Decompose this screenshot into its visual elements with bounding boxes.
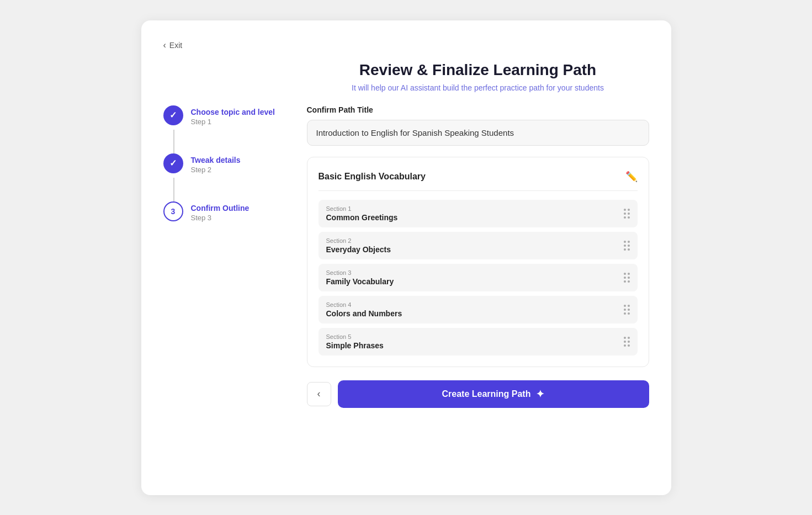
step-sublabel-2: Step 2 [191, 166, 241, 174]
chevron-left-icon: ‹ [317, 388, 321, 400]
step-circle-3: 3 [163, 201, 183, 221]
step-label-3: Confirm Outline [191, 204, 250, 213]
exit-button[interactable]: ‹ Exit [163, 40, 183, 50]
section-name: Family Vocabulary [326, 277, 394, 286]
outline-title: Basic English Vocabulary [319, 172, 426, 182]
section-number: Section 5 [326, 333, 384, 340]
sparkle-icon: ✦ [536, 388, 544, 400]
drag-handle[interactable] [624, 337, 630, 347]
sections-list: Section 1 Common Greetings Section 2 Eve… [319, 200, 638, 355]
step-text-3: Confirm Outline Step 3 [191, 201, 250, 222]
step-sublabel-3: Step 3 [191, 214, 250, 222]
section-item: Section 3 Family Vocabulary [319, 264, 638, 291]
section-item: Section 5 Simple Phrases [319, 328, 638, 355]
content-area: ✓ Choose topic and level Step 1 ✓ Tweak … [163, 61, 649, 408]
outline-header: Basic English Vocabulary ✏️ [319, 171, 638, 191]
create-button-label: Create Learning Path [442, 389, 531, 399]
section-name: Simple Phrases [326, 341, 384, 350]
section-name: Common Greetings [326, 213, 398, 222]
section-number: Section 3 [326, 269, 394, 276]
step-circle-2: ✓ [163, 153, 183, 173]
section-item: Section 2 Everyday Objects [319, 232, 638, 259]
section-text: Section 5 Simple Phrases [326, 333, 384, 350]
drag-handle[interactable] [624, 241, 630, 251]
step-text-1: Choose topic and level Step 1 [191, 105, 275, 126]
path-title-input[interactable] [307, 120, 649, 146]
drag-handle[interactable] [624, 305, 630, 315]
steps-sidebar: ✓ Choose topic and level Step 1 ✓ Tweak … [163, 61, 285, 408]
section-item: Section 1 Common Greetings [319, 200, 638, 227]
edit-icon[interactable]: ✏️ [625, 171, 638, 183]
step-text-2: Tweak details Step 2 [191, 153, 241, 174]
back-button[interactable]: ‹ [307, 382, 331, 406]
section-name: Everyday Objects [326, 245, 391, 254]
exit-label: Exit [169, 41, 182, 50]
section-item: Section 4 Colors and Numbers [319, 296, 638, 323]
step-sublabel-1: Step 1 [191, 118, 275, 126]
section-text: Section 1 Common Greetings [326, 205, 398, 222]
section-text: Section 3 Family Vocabulary [326, 269, 394, 286]
confirm-path-label: Confirm Path Title [307, 105, 649, 114]
main-card: ‹ Exit ✓ Choose topic and level Step 1 ✓ [141, 20, 671, 495]
chevron-left-icon: ‹ [163, 40, 166, 50]
main-content: Review & Finalize Learning Path It will … [307, 61, 649, 408]
step-number-3: 3 [171, 207, 176, 216]
section-number: Section 1 [326, 205, 398, 212]
section-name: Colors and Numbers [326, 309, 402, 318]
page-title: Review & Finalize Learning Path [307, 61, 649, 79]
create-learning-path-button[interactable]: Create Learning Path ✦ [338, 380, 649, 408]
section-text: Section 2 Everyday Objects [326, 237, 391, 254]
step-label-1: Choose topic and level [191, 108, 275, 116]
outline-card: Basic English Vocabulary ✏️ Section 1 Co… [307, 157, 649, 367]
section-number: Section 2 [326, 237, 391, 244]
step-item-3: 3 Confirm Outline Step 3 [163, 201, 285, 222]
section-text: Section 4 Colors and Numbers [326, 301, 402, 318]
drag-handle[interactable] [624, 209, 630, 219]
bottom-bar: ‹ Create Learning Path ✦ [307, 380, 649, 408]
step-item-1: ✓ Choose topic and level Step 1 [163, 105, 285, 126]
step-label-2: Tweak details [191, 156, 241, 164]
check-icon-1: ✓ [169, 110, 177, 120]
section-number: Section 4 [326, 301, 402, 308]
drag-handle[interactable] [624, 273, 630, 283]
step-circle-1: ✓ [163, 105, 183, 125]
page-subtitle: It will help our AI assistant build the … [307, 83, 649, 92]
step-item-2: ✓ Tweak details Step 2 [163, 153, 285, 174]
check-icon-2: ✓ [169, 158, 177, 168]
